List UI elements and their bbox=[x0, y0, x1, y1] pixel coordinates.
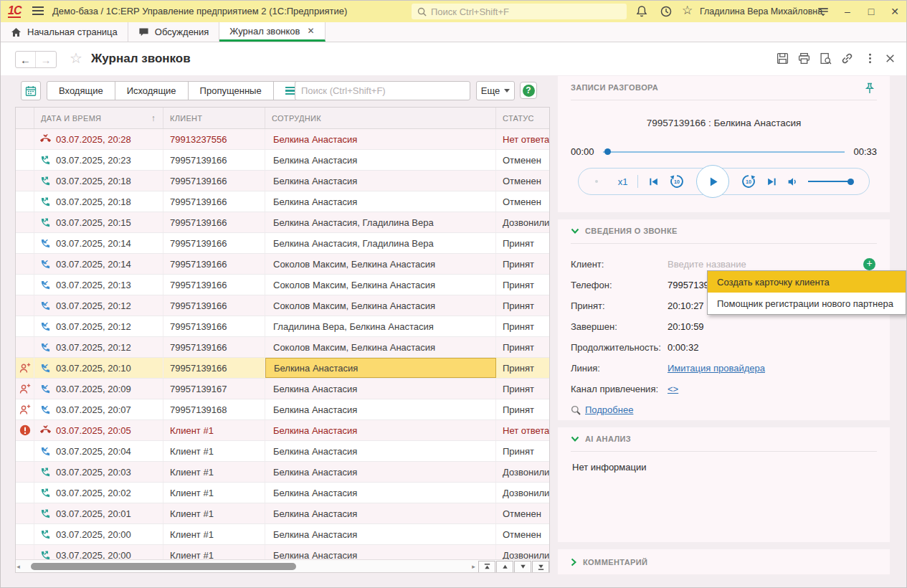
tab-close-icon[interactable]: ✕ bbox=[308, 26, 315, 36]
cell-status[interactable]: Принят bbox=[496, 275, 549, 295]
cell-employee[interactable]: Белкина Анастасия bbox=[265, 545, 496, 559]
window-minimize-button[interactable]: – bbox=[840, 4, 855, 19]
cell-client[interactable]: 79957139166 bbox=[163, 254, 265, 274]
save-icon[interactable] bbox=[777, 52, 789, 65]
cell-client[interactable]: Клиент #1 bbox=[163, 545, 265, 559]
cell-status[interactable]: Принят bbox=[496, 337, 549, 357]
table-row[interactable]: 03.07.2025, 20:2879913237556Белкина Анас… bbox=[16, 129, 549, 150]
back-button[interactable]: ← bbox=[16, 52, 36, 67]
add-client-button[interactable]: + bbox=[863, 258, 875, 270]
cell-status[interactable]: Принят bbox=[496, 358, 549, 378]
cell-client[interactable]: 79957139167 bbox=[163, 379, 265, 399]
scrollbar-track[interactable] bbox=[21, 560, 471, 573]
cell-status[interactable]: Отменен bbox=[496, 503, 549, 523]
cell-client[interactable]: 79957139166 bbox=[163, 233, 265, 253]
notifications-bell-icon[interactable] bbox=[635, 5, 648, 18]
context-menu-item[interactable]: Помощник регистрации нового партнера bbox=[708, 293, 906, 314]
cell-employee[interactable]: Белкина Анастасия bbox=[265, 379, 496, 399]
cell-datetime[interactable]: 03.07.2025, 20:01 bbox=[34, 503, 163, 523]
link-icon[interactable] bbox=[841, 52, 853, 65]
print-icon[interactable] bbox=[798, 52, 810, 65]
cell-employee[interactable]: Белкина Анастасия bbox=[265, 420, 496, 440]
cell-employee[interactable]: Соколов Максим, Белкина Анастасия bbox=[265, 337, 496, 357]
table-row[interactable]: 03.07.2025, 20:1379957139166Соколов Макс… bbox=[16, 275, 549, 295]
play-button[interactable] bbox=[696, 165, 729, 198]
column-status[interactable]: СТАТУС bbox=[496, 108, 549, 128]
cell-status[interactable]: Нет ответа bbox=[496, 420, 549, 440]
cell-datetime[interactable]: 03.07.2025, 20:14 bbox=[34, 233, 163, 253]
more-kebab-icon[interactable] bbox=[864, 52, 876, 65]
cell-employee[interactable]: Соколов Максим, Белкина Анастасия bbox=[265, 275, 496, 295]
cell-datetime[interactable]: 03.07.2025, 20:03 bbox=[34, 462, 163, 482]
cell-employee[interactable]: Белкина Анастасия bbox=[265, 171, 496, 191]
column-flag[interactable] bbox=[16, 108, 34, 128]
cell-employee[interactable]: Белкина Анастасия bbox=[265, 524, 496, 544]
preview-icon[interactable] bbox=[820, 52, 832, 65]
service-menu-icon[interactable] bbox=[817, 5, 830, 18]
scroll-right-icon[interactable]: ▸ bbox=[471, 563, 476, 570]
field-placeholder[interactable]: Введите название bbox=[668, 259, 746, 270]
forward-10-icon[interactable]: 10 bbox=[741, 174, 756, 189]
call-details-title[interactable]: СВЕДЕНИЯ О ЗВОНКЕ bbox=[571, 227, 678, 235]
history-icon[interactable] bbox=[660, 5, 673, 18]
table-row[interactable]: 03.07.2025, 20:00Клиент #1Белкина Анаста… bbox=[16, 524, 549, 545]
cell-client[interactable]: Клиент #1 bbox=[163, 462, 265, 482]
table-row[interactable]: 03.07.2025, 20:1879957139166Белкина Анас… bbox=[16, 191, 549, 212]
cell-client[interactable]: 79957139166 bbox=[163, 191, 265, 212]
cell-client[interactable]: 79957139166 bbox=[163, 295, 265, 316]
cell-client[interactable]: Клиент #1 bbox=[163, 420, 265, 440]
window-maximize-button[interactable]: □ bbox=[863, 4, 879, 19]
cell-datetime[interactable]: 03.07.2025, 20:09 bbox=[34, 379, 163, 399]
skip-previous-icon[interactable] bbox=[648, 176, 659, 187]
cell-status[interactable]: Принят bbox=[496, 379, 549, 399]
tab-discussions[interactable]: Обсуждения bbox=[128, 22, 220, 42]
cell-employee[interactable]: Белкина Анастасия bbox=[265, 399, 496, 419]
cell-status[interactable]: Дозвонились bbox=[496, 545, 549, 559]
skip-next-icon[interactable] bbox=[766, 176, 777, 187]
cell-employee[interactable]: Белкина Анастасия bbox=[265, 462, 496, 482]
cell-status[interactable]: Нет ответа bbox=[496, 129, 549, 149]
forward-button[interactable]: → bbox=[36, 52, 56, 67]
volume-handle[interactable] bbox=[847, 179, 854, 185]
cell-client[interactable]: Клиент #1 bbox=[163, 483, 265, 503]
table-row[interactable]: 03.07.2025, 20:03Клиент #1Белкина Анаста… bbox=[16, 462, 549, 483]
cell-datetime[interactable]: 03.07.2025, 20:15 bbox=[34, 212, 163, 232]
cell-datetime[interactable]: 03.07.2025, 20:07 bbox=[34, 399, 163, 419]
table-row[interactable]: 03.07.2025, 20:01Клиент #1Белкина Анаста… bbox=[16, 503, 549, 524]
table-row[interactable]: 03.07.2025, 20:1079957139166Белкина Анас… bbox=[16, 358, 549, 379]
cell-status[interactable]: Принят bbox=[496, 399, 549, 419]
cell-datetime[interactable]: 03.07.2025, 20:00 bbox=[34, 545, 163, 559]
cell-employee[interactable]: Белкина Анастасия bbox=[265, 503, 496, 523]
cell-client[interactable]: 79957139168 bbox=[163, 399, 265, 419]
filter-button[interactable]: Исходящие bbox=[115, 82, 189, 100]
table-row[interactable]: 03.07.2025, 20:1279957139166Соколов Макс… bbox=[16, 337, 549, 358]
cell-status[interactable]: Отменен bbox=[496, 191, 549, 212]
comment-section-title[interactable]: КОММЕНТАРИЙ bbox=[571, 549, 647, 574]
cell-client[interactable]: 79957139166 bbox=[163, 316, 265, 336]
cell-status[interactable]: Дозвонились bbox=[496, 212, 549, 232]
column-client[interactable]: КЛИЕНТ bbox=[163, 108, 265, 128]
cell-employee[interactable]: Гладилина Вера, Белкина Анастасия bbox=[265, 316, 496, 336]
cell-datetime[interactable]: 03.07.2025, 20:14 bbox=[34, 254, 163, 274]
cell-datetime[interactable]: 03.07.2025, 20:00 bbox=[34, 524, 163, 544]
cell-employee[interactable]: Белкина Анастасия bbox=[265, 483, 496, 503]
scrollbar-thumb[interactable] bbox=[31, 563, 296, 570]
cell-employee[interactable]: Белкина Анастасия bbox=[265, 191, 496, 212]
cell-client[interactable]: 79957139166 bbox=[163, 150, 265, 170]
cell-datetime[interactable]: 03.07.2025, 20:18 bbox=[34, 171, 163, 191]
volume-slider[interactable] bbox=[808, 181, 853, 182]
table-row[interactable]: 03.07.2025, 20:1879957139166Белкина Анас… bbox=[16, 171, 549, 191]
favorite-star-icon[interactable]: ☆ bbox=[70, 49, 82, 67]
column-datetime[interactable]: ДАТА И ВРЕМЯ ↑ bbox=[34, 108, 163, 128]
filter-button[interactable]: Пропущенные bbox=[189, 82, 274, 100]
table-row[interactable]: 03.07.2025, 20:1579957139166Белкина Анас… bbox=[16, 212, 549, 233]
context-menu-item[interactable]: Создать карточку клиента bbox=[708, 271, 906, 293]
tab-call-journal[interactable]: Журнал звонков✕ bbox=[219, 22, 325, 42]
go-last-row-button[interactable] bbox=[532, 561, 549, 573]
cell-status[interactable]: Отменен bbox=[496, 150, 549, 170]
cell-status[interactable]: Дозвонились bbox=[496, 483, 549, 503]
cell-client[interactable]: 79957139166 bbox=[163, 337, 265, 357]
field-link[interactable]: Имитация провайдера bbox=[668, 363, 765, 374]
cell-client[interactable]: 79957139166 bbox=[163, 212, 265, 232]
table-row[interactable]: 03.07.2025, 20:0779957139168Белкина Анас… bbox=[16, 399, 549, 420]
